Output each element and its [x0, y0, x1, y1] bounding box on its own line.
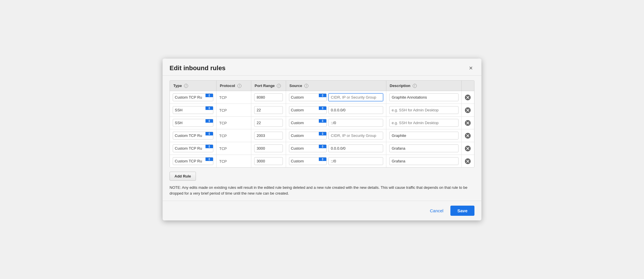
- description-input-4[interactable]: [389, 144, 459, 152]
- source-select-wrapper-0: Custom: [289, 93, 327, 101]
- type-cell-2: SSH: [170, 117, 216, 129]
- modal-footer: Cancel Save: [163, 201, 481, 220]
- port-input-0[interactable]: [254, 93, 283, 101]
- remove-rule-button-0[interactable]: [465, 94, 471, 101]
- type-select-arrow-5[interactable]: [205, 157, 213, 161]
- type-select-0[interactable]: Custom TCP Ru: [173, 94, 205, 101]
- type-select-arrow-2[interactable]: [205, 119, 213, 123]
- remove-rule-button-4[interactable]: [465, 145, 471, 152]
- type-cell-5: Custom TCP Ru: [170, 155, 216, 168]
- type-select-wrapper-3: Custom TCP Ru: [173, 132, 213, 140]
- port-info-icon: i: [277, 84, 281, 88]
- source-select-wrapper-5: Custom: [289, 157, 327, 165]
- close-button[interactable]: ×: [467, 64, 474, 72]
- description-input-0[interactable]: [389, 93, 459, 101]
- port-input-2[interactable]: [254, 119, 283, 127]
- type-select-wrapper-5: Custom TCP Ru: [173, 157, 213, 165]
- port-cell-4: [251, 142, 286, 155]
- source-select-arrow-2[interactable]: [319, 119, 326, 123]
- modal-title: Edit inbound rules: [170, 64, 225, 72]
- col-header-port-range: Port Range i: [251, 81, 286, 91]
- source-select-arrow-4[interactable]: [319, 145, 326, 148]
- rules-table-container: Type i Protocol i Port Range i Source: [170, 80, 474, 168]
- type-select-arrow-4[interactable]: [205, 145, 213, 148]
- source-select-wrapper-4: Custom: [289, 144, 327, 152]
- source-input-0[interactable]: [328, 93, 383, 101]
- type-select-arrow-1[interactable]: [205, 106, 213, 110]
- remove-rule-button-1[interactable]: [465, 107, 471, 113]
- description-input-3[interactable]: [389, 132, 459, 140]
- remove-rule-button-5[interactable]: [465, 158, 471, 164]
- protocol-text-5: TCP: [219, 159, 227, 164]
- source-info-icon: i: [304, 84, 308, 88]
- source-select-1[interactable]: Custom: [289, 106, 319, 114]
- type-select-arrow-3[interactable]: [205, 132, 213, 135]
- source-cell-0: Custom: [286, 91, 386, 104]
- table-row: SSH TCP Custom: [170, 117, 474, 129]
- type-cell-1: SSH: [170, 104, 216, 117]
- source-select-4[interactable]: Custom: [289, 145, 319, 152]
- source-input-1[interactable]: [328, 106, 383, 114]
- edit-inbound-rules-modal: Edit inbound rules × Type i Protocol i: [163, 59, 481, 221]
- source-input-2[interactable]: [328, 119, 383, 127]
- protocol-cell-1: TCP: [216, 104, 251, 117]
- source-select-3[interactable]: Custom: [289, 132, 319, 139]
- port-input-1[interactable]: [254, 106, 283, 114]
- remove-cell-1: [461, 104, 474, 117]
- source-select-5[interactable]: Custom: [289, 157, 319, 165]
- remove-rule-button-2[interactable]: [465, 120, 471, 126]
- source-cell-inner-1: Custom: [289, 106, 383, 114]
- rules-tbody: Custom TCP Ru TCP Custom: [170, 91, 474, 168]
- source-input-5[interactable]: [328, 157, 383, 165]
- source-cell-inner-0: Custom: [289, 93, 383, 101]
- description-input-2[interactable]: [389, 119, 459, 127]
- add-rule-button[interactable]: Add Rule: [170, 172, 196, 181]
- source-input-4[interactable]: [328, 144, 383, 152]
- table-row: Custom TCP Ru TCP Custom: [170, 155, 474, 168]
- remove-cell-5: [461, 155, 474, 168]
- protocol-text-0: TCP: [219, 95, 227, 100]
- type-cell-0: Custom TCP Ru: [170, 91, 216, 104]
- type-select-wrapper-2: SSH: [173, 119, 213, 127]
- type-select-2[interactable]: SSH: [173, 119, 205, 126]
- source-select-2[interactable]: Custom: [289, 119, 319, 126]
- source-cell-4: Custom: [286, 142, 386, 155]
- source-cell-inner-5: Custom: [289, 157, 383, 165]
- type-select-5[interactable]: Custom TCP Ru: [173, 157, 205, 165]
- table-row: Custom TCP Ru TCP Custom: [170, 91, 474, 104]
- port-cell-1: [251, 104, 286, 117]
- source-select-0[interactable]: Custom: [289, 94, 319, 101]
- protocol-cell-2: TCP: [216, 117, 251, 129]
- col-header-type: Type i: [170, 81, 216, 91]
- table-row: SSH TCP Custom: [170, 104, 474, 117]
- protocol-cell-3: TCP: [216, 129, 251, 142]
- source-select-arrow-5[interactable]: [319, 157, 326, 161]
- remove-rule-button-3[interactable]: [465, 133, 471, 139]
- type-select-1[interactable]: SSH: [173, 106, 205, 114]
- source-select-wrapper-2: Custom: [289, 119, 327, 127]
- description-input-5[interactable]: [389, 157, 459, 165]
- source-select-wrapper-1: Custom: [289, 106, 327, 114]
- description-input-1[interactable]: [389, 106, 459, 114]
- type-select-4[interactable]: Custom TCP Ru: [173, 145, 205, 152]
- source-cell-2: Custom: [286, 117, 386, 129]
- type-select-3[interactable]: Custom TCP Ru: [173, 132, 205, 139]
- remove-cell-3: [461, 129, 474, 142]
- port-input-3[interactable]: [254, 132, 283, 140]
- source-input-3[interactable]: [328, 132, 383, 140]
- port-input-5[interactable]: [254, 157, 283, 165]
- source-cell-inner-2: Custom: [289, 119, 383, 127]
- cancel-button[interactable]: Cancel: [426, 206, 447, 215]
- save-button[interactable]: Save: [450, 206, 474, 216]
- port-cell-5: [251, 155, 286, 168]
- source-select-arrow-1[interactable]: [319, 106, 326, 110]
- table-row: Custom TCP Ru TCP Custom: [170, 142, 474, 155]
- type-select-arrow-0[interactable]: [205, 94, 213, 97]
- modal-body: Type i Protocol i Port Range i Source: [163, 76, 481, 201]
- description-cell-2: [386, 117, 461, 129]
- desc-info-icon: i: [413, 84, 417, 88]
- port-input-4[interactable]: [254, 144, 283, 152]
- source-select-arrow-0[interactable]: [319, 94, 326, 97]
- source-select-arrow-3[interactable]: [319, 132, 326, 135]
- remove-cell-2: [461, 117, 474, 129]
